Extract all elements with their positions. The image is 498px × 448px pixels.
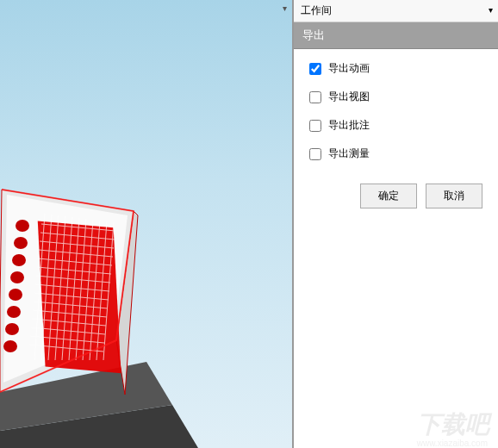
- button-row: 确定 取消: [294, 173, 498, 219]
- checkbox-export-measure[interactable]: [309, 148, 321, 160]
- panel-header-label: 工作间: [301, 4, 332, 16]
- option-label: 导出测量: [328, 146, 370, 161]
- option-export-measure[interactable]: 导出测量: [309, 146, 482, 161]
- 3d-viewport[interactable]: ▾: [0, 0, 293, 448]
- svg-point-33: [14, 237, 28, 249]
- option-export-annotation[interactable]: 导出批注: [309, 118, 482, 133]
- panel-header: 工作间 ▾: [294, 0, 498, 22]
- option-label: 导出批注: [328, 118, 370, 133]
- svg-point-32: [16, 220, 29, 232]
- option-export-animation[interactable]: 导出动画: [309, 61, 482, 76]
- option-export-view[interactable]: 导出视图: [309, 90, 482, 104]
- sidebar-panel: 工作间 ▾ 导出 导出动画 导出视图 导出批注 导出测量 确定 取消: [293, 0, 498, 448]
- export-title-bar: 导出: [294, 22, 498, 49]
- 3d-model: [0, 138, 241, 448]
- checkbox-export-annotation[interactable]: [309, 120, 321, 132]
- checkbox-export-animation[interactable]: [309, 63, 321, 75]
- svg-point-38: [5, 323, 19, 335]
- svg-point-36: [9, 289, 22, 301]
- svg-point-37: [7, 306, 21, 318]
- option-label: 导出动画: [328, 61, 370, 76]
- ok-button[interactable]: 确定: [360, 184, 417, 208]
- export-options: 导出动画 导出视图 导出批注 导出测量: [294, 49, 498, 173]
- svg-point-35: [10, 271, 24, 283]
- svg-point-39: [3, 340, 17, 352]
- option-label: 导出视图: [328, 90, 370, 104]
- svg-point-34: [12, 254, 26, 266]
- panel-header-dropdown-icon[interactable]: ▾: [489, 5, 493, 15]
- checkbox-export-view[interactable]: [309, 91, 321, 103]
- cancel-button[interactable]: 取消: [426, 184, 482, 208]
- viewport-menu-dropdown[interactable]: ▾: [283, 3, 287, 13]
